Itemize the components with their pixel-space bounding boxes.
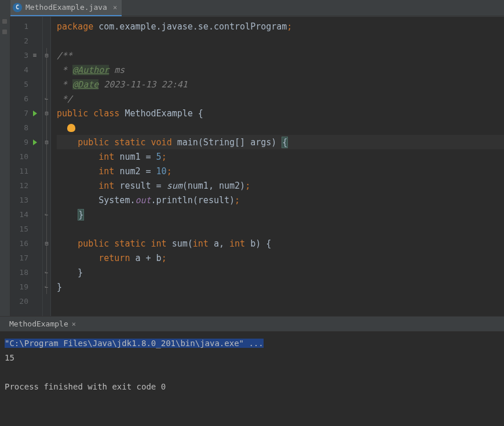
editor-tab-bar: C MethodExample.java × [0, 0, 504, 16]
gutter-row[interactable]: 18 [10, 265, 42, 280]
gutter-row[interactable]: 8 [10, 120, 42, 135]
code-line[interactable] [57, 34, 504, 48]
intention-bulb-icon[interactable] [67, 124, 75, 132]
fold-end-icon[interactable]: ⌙ [45, 211, 48, 218]
code-line[interactable]: int num1 = 5; [57, 149, 504, 164]
token-kw: int [229, 238, 250, 249]
code-line[interactable]: return a + b; [57, 251, 504, 265]
token-kw: int [98, 152, 119, 162]
fold-row[interactable] [43, 77, 50, 91]
fold-row[interactable] [43, 19, 50, 34]
fold-row[interactable] [43, 164, 50, 178]
token-ident: } [57, 282, 62, 292]
fold-row[interactable]: ⌙ [43, 91, 50, 106]
fold-row[interactable] [43, 251, 50, 265]
gutter-row[interactable]: 3≡ [10, 48, 42, 63]
code-line[interactable]: int num2 = 10; [57, 164, 504, 178]
code-line[interactable] [57, 120, 504, 135]
gutter-row[interactable]: 2 [10, 34, 42, 48]
token-brace-hl: { [282, 137, 288, 148]
run-icon[interactable] [33, 139, 37, 145]
fold-gutter: ⊟⌙⊟⊟⌙⊟⌙⌙ [43, 17, 51, 316]
fold-row[interactable] [43, 120, 50, 135]
code-line[interactable]: package com.example.javase.se.controlPro… [57, 19, 504, 34]
line-number: 6 [14, 94, 28, 103]
code-line[interactable]: * @Author ms [57, 63, 504, 77]
editor-tab[interactable]: C MethodExample.java × [10, 0, 122, 16]
gutter-row[interactable]: 7 [10, 106, 42, 120]
gutter-row[interactable]: 14 [10, 207, 42, 222]
close-icon[interactable]: × [72, 320, 76, 328]
token-comment: /** [57, 50, 72, 61]
line-number: 9 [14, 138, 28, 146]
fold-end-icon[interactable]: ⌙ [45, 96, 48, 102]
fold-end-icon[interactable]: ⌙ [45, 284, 48, 290]
line-number: 12 [14, 181, 28, 190]
code-line[interactable]: public static void main(String[] args) { [57, 135, 504, 149]
code-line[interactable]: } [57, 265, 504, 280]
gutter-row[interactable]: 19 [10, 280, 42, 294]
gutter-row[interactable]: 20 [10, 294, 42, 309]
fold-row[interactable] [43, 149, 50, 164]
token-class-name: MethodExample [125, 108, 192, 119]
line-number-gutter: 123≡4567891011121314151617181920 [10, 17, 43, 316]
code-line[interactable]: public static int sum(int a, int b) { [57, 236, 504, 251]
fold-row[interactable] [43, 34, 50, 48]
code-line[interactable]: int result = sum(num1, num2); [57, 178, 504, 193]
token-comment: */ [57, 94, 72, 104]
fold-row[interactable]: ⌙ [43, 280, 50, 294]
console-area: MethodExample × "C:\Program Files\Java\j… [0, 316, 504, 426]
fold-start-icon[interactable]: ⊟ [45, 139, 48, 145]
token-doc-tag: @Author [72, 65, 109, 75]
gutter-row[interactable]: 5 [10, 77, 42, 91]
code-line[interactable]: System.out.println(result); [57, 193, 504, 207]
token-comment: * [57, 65, 72, 75]
fold-start-icon[interactable]: ⊟ [45, 52, 48, 58]
fold-row[interactable]: ⊟ [43, 135, 50, 149]
console-tab-bar: MethodExample × [0, 316, 504, 332]
gutter-row[interactable]: 15 [10, 222, 42, 236]
token-ident: a, [214, 238, 229, 249]
line-number: 3 [14, 51, 28, 60]
fold-row[interactable]: ⌙ [43, 265, 50, 280]
code-line[interactable]: } [57, 280, 504, 294]
code-line[interactable] [57, 294, 504, 309]
code-line[interactable]: public class MethodExample { [57, 106, 504, 120]
fold-row[interactable] [43, 193, 50, 207]
fold-row[interactable]: ⊟ [43, 48, 50, 63]
token-ident: { [193, 108, 203, 119]
gutter-row[interactable]: 9 [10, 135, 42, 149]
close-icon[interactable]: × [113, 3, 117, 12]
fold-row[interactable]: ⊟ [43, 106, 50, 120]
gutter-row[interactable]: 6 [10, 91, 42, 106]
fold-start-icon[interactable]: ⊟ [45, 110, 48, 116]
gutter-row[interactable]: 11 [10, 164, 42, 178]
code-line[interactable]: */ [57, 91, 504, 106]
gutter-row[interactable]: 16 [10, 236, 42, 251]
gutter-row[interactable]: 1 [10, 19, 42, 34]
fold-row[interactable]: ⊟ [43, 236, 50, 251]
fold-start-icon[interactable]: ⊟ [45, 240, 48, 247]
gutter-row[interactable]: 12 [10, 178, 42, 193]
stub-mark [2, 30, 7, 34]
console-output[interactable]: "C:\Program Files\Java\jdk1.8.0_201\bin\… [0, 332, 504, 426]
fold-row[interactable] [43, 222, 50, 236]
code-editor[interactable]: package com.example.javase.se.controlPro… [51, 17, 504, 316]
code-line[interactable]: /** [57, 48, 504, 63]
code-line[interactable] [57, 222, 504, 236]
gutter-row[interactable]: 10 [10, 149, 42, 164]
fold-row[interactable] [43, 63, 50, 77]
code-line[interactable]: * @Date 2023-11-13 22:41 [57, 77, 504, 91]
run-icon[interactable] [33, 111, 37, 116]
fold-end-icon[interactable]: ⌙ [45, 269, 48, 276]
fold-row[interactable]: ⌙ [43, 207, 50, 222]
fold-row[interactable] [43, 294, 50, 309]
fold-row[interactable] [43, 178, 50, 193]
gutter-row[interactable]: 4 [10, 63, 42, 77]
token-static-field: out [135, 195, 151, 205]
console-tab[interactable]: MethodExample × [5, 316, 81, 332]
line-number: 14 [14, 210, 28, 219]
code-line[interactable]: } [57, 207, 504, 222]
gutter-row[interactable]: 17 [10, 251, 42, 265]
gutter-row[interactable]: 13 [10, 193, 42, 207]
